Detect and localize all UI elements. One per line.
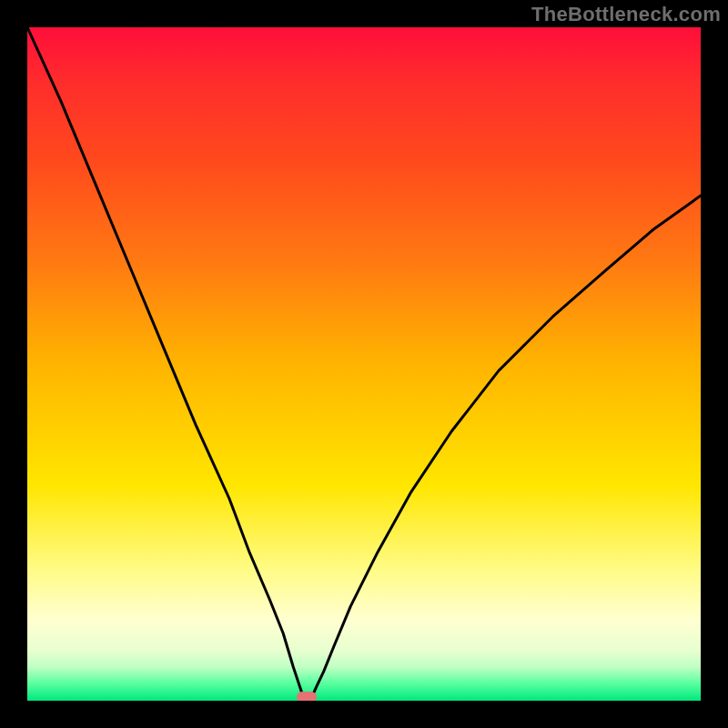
chart-frame: TheBottleneck.com (0, 0, 728, 728)
plot-area (27, 27, 701, 701)
bottleneck-curve (27, 27, 701, 701)
optimal-point-marker (297, 692, 317, 701)
watermark-text: TheBottleneck.com (531, 3, 721, 26)
